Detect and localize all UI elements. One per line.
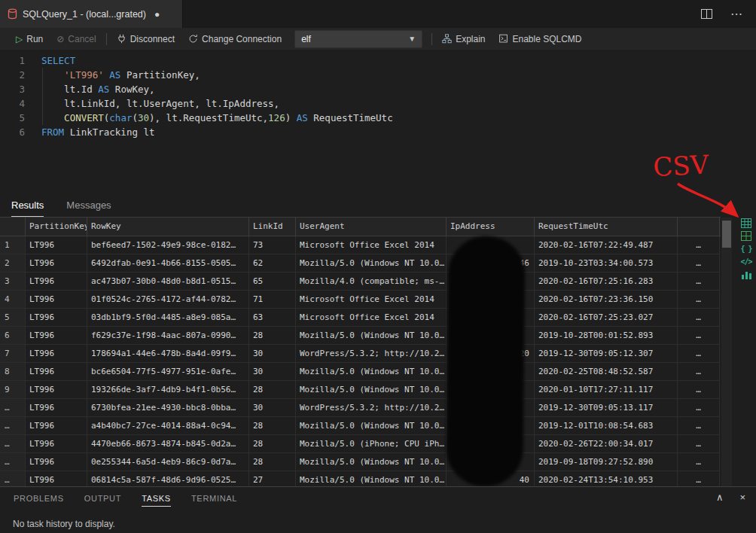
grid-cell[interactable]: 2020-02-24T13:54:10.953: [535, 471, 678, 486]
table-row[interactable]: 4LT99601f0524c-2765-4172-af44-0782…71Mic…: [0, 291, 721, 309]
code-line[interactable]: lt.Id AS RowKey,: [41, 82, 393, 96]
grid-cell[interactable]: 2020-01-10T17:27:11.117: [535, 381, 678, 399]
grid-scrollbar-thumb[interactable]: [722, 221, 731, 248]
row-number[interactable]: 3: [0, 273, 26, 291]
table-row[interactable]: …LT996a4b40bc7-27ce-4014-88a4-0c94…28Moz…: [0, 417, 721, 435]
grid-cell[interactable]: 193266de-3af7-4db9-b4f1-0b56…: [87, 381, 249, 399]
code-line[interactable]: 'LT996' AS PartitionKey,: [41, 68, 393, 82]
table-row[interactable]: …LT9966730bfea-21ee-4930-bbc8-0bba…30Wor…: [0, 399, 721, 417]
table-row[interactable]: 1LT996bef6eed7-1502-49e9-98ce-0182…73Mic…: [0, 236, 721, 254]
grid-cell[interactable]: LT996: [26, 381, 87, 399]
grid-cell[interactable]: LT996: [26, 435, 87, 453]
table-row[interactable]: …LT9960e255344-6a5d-4eb9-86c9-0d7a…28Moz…: [0, 453, 721, 471]
grid-cell[interactable]: 65: [249, 273, 296, 291]
grid-cell[interactable]: LT996: [26, 417, 87, 435]
column-header-linkid[interactable]: LinkId: [249, 218, 296, 236]
maximize-panel-icon[interactable]: ∧: [716, 492, 724, 503]
grid-cell[interactable]: a4b40bc7-27ce-4014-88a4-0c94…: [87, 417, 249, 435]
grid-cell[interactable]: 06814c5a-587f-48d6-9d96-0525…: [87, 471, 249, 486]
grid-cell[interactable]: Mozilla/5.0 (Windows NT 10.0…: [296, 363, 447, 381]
grid-cell[interactable]: …: [678, 399, 720, 417]
grid-cell[interactable]: 30: [249, 363, 296, 381]
change-connection-button[interactable]: Change Connection: [181, 28, 288, 50]
run-button[interactable]: ▷ Run: [9, 28, 50, 50]
row-number[interactable]: …: [0, 453, 26, 471]
grid-cell[interactable]: 28: [249, 417, 296, 435]
column-header-partitionkey[interactable]: PartitionKey: [26, 218, 87, 236]
grid-cell[interactable]: …: [678, 254, 720, 273]
tab-results[interactable]: Results: [11, 199, 44, 217]
grid-cell[interactable]: LT996: [26, 327, 87, 345]
column-header-rowkey[interactable]: RowKey: [87, 218, 249, 236]
grid-cell[interactable]: LT996: [26, 291, 87, 309]
code-line[interactable]: SELECT: [41, 53, 393, 68]
editor-code[interactable]: SELECT 'LT996' AS PartitionKey, lt.Id AS…: [35, 50, 393, 194]
grid-cell[interactable]: 4470eb66-8673-4874-b845-0d2a…: [87, 435, 249, 453]
grid-cell[interactable]: Microsoft Office Excel 2014: [296, 309, 447, 327]
grid-cell[interactable]: 2019-12-30T09:05:13.117: [535, 399, 678, 417]
grid-cell[interactable]: 28: [249, 453, 296, 471]
grid-cell[interactable]: Microsoft Office Excel 2014: [296, 236, 447, 254]
grid-cell[interactable]: Microsoft Office Excel 2014: [296, 291, 447, 309]
table-row[interactable]: 6LT996f629c37e-1f98-4aac-807a-0990…28Moz…: [0, 327, 721, 345]
grid-cell[interactable]: Mozilla/5.0 (iPhone; CPU iPh…: [296, 435, 447, 453]
row-number[interactable]: 8: [0, 363, 26, 381]
column-header-requesttimeutc[interactable]: RequestTimeUtc: [535, 218, 678, 236]
tab-terminal[interactable]: TERMINAL: [191, 494, 237, 507]
grid-cell[interactable]: bef6eed7-1502-49e9-98ce-0182…: [87, 236, 249, 254]
grid-cell[interactable]: …: [678, 345, 720, 363]
grid-cell[interactable]: Mozilla/5.0 (Windows NT 10.0…: [296, 254, 447, 273]
grid-cell[interactable]: Mozilla/4.0 (compatible; ms-…: [296, 273, 447, 291]
grid-cell[interactable]: 2020-02-25T08:48:52.587: [535, 363, 678, 381]
tab-tasks[interactable]: TASKS: [142, 494, 171, 507]
row-number-header[interactable]: [0, 218, 26, 236]
save-as-json-button[interactable]: { }: [739, 243, 754, 254]
row-number[interactable]: 7: [0, 345, 26, 363]
grid-cell[interactable]: …: [678, 291, 720, 309]
column-header-extra[interactable]: [678, 218, 720, 236]
grid-cell[interactable]: Mozilla/5.0 (Windows NT 10.0…: [296, 381, 447, 399]
connection-dropdown[interactable]: elf ▼: [294, 30, 422, 48]
grid-cell[interactable]: LT996: [26, 453, 87, 471]
save-as-xml-button[interactable]: </>: [739, 256, 754, 267]
grid-cell[interactable]: 01f0524c-2765-4172-af44-0782…: [87, 291, 249, 309]
grid-cell[interactable]: ac473b07-30b0-48d0-b8d1-0515…: [87, 273, 249, 291]
grid-cell[interactable]: 2019-10-28T00:01:52.893: [535, 327, 678, 345]
grid-cell[interactable]: LT996: [26, 236, 87, 254]
row-number[interactable]: 4: [0, 291, 26, 309]
grid-cell[interactable]: 28: [249, 381, 296, 399]
grid-cell[interactable]: Mozilla/5.0 (Windows NT 10.0…: [296, 417, 447, 435]
grid-cell[interactable]: 2020-02-16T07:23:36.150: [535, 291, 678, 309]
disconnect-button[interactable]: Disconnect: [110, 28, 181, 50]
grid-cell[interactable]: f629c37e-1f98-4aac-807a-0990…: [87, 327, 249, 345]
row-number[interactable]: …: [0, 435, 26, 453]
row-number[interactable]: 6: [0, 327, 26, 345]
tab-problems[interactable]: PROBLEMS: [14, 494, 64, 507]
grid-cell[interactable]: …: [678, 417, 720, 435]
grid-cell[interactable]: WordPress/5.3.2; http://10.2…: [296, 345, 447, 363]
grid-cell[interactable]: LT996: [26, 345, 87, 363]
grid-cell[interactable]: 2020-02-16T07:25:23.027: [535, 309, 678, 327]
grid-cell[interactable]: 6492dfab-0e91-4b66-8155-0505…: [87, 254, 249, 273]
table-row[interactable]: 8LT996bc6e6504-77f5-4977-951e-0afe…30Moz…: [0, 363, 721, 381]
chart-button[interactable]: [739, 269, 754, 280]
grid-cell[interactable]: 2020-02-26T22:00:34.017: [535, 435, 678, 453]
grid-cell[interactable]: LT996: [26, 399, 87, 417]
grid-cell[interactable]: 2019-12-30T09:05:12.307: [535, 345, 678, 363]
grid-cell[interactable]: LT996: [26, 363, 87, 381]
row-number[interactable]: …: [0, 417, 26, 435]
code-line[interactable]: FROM LinkTracking lt: [41, 125, 393, 139]
grid-cell[interactable]: …: [678, 453, 720, 471]
row-number[interactable]: …: [0, 471, 26, 486]
grid-cell[interactable]: LT996: [26, 273, 87, 291]
table-row[interactable]: 7LT996178694a1-44e6-478b-8a4d-09f9…30Wor…: [0, 345, 721, 363]
grid-cell[interactable]: …: [678, 273, 720, 291]
row-number[interactable]: …: [0, 399, 26, 417]
split-editor-icon[interactable]: [701, 9, 712, 19]
grid-vertical-scrollbar[interactable]: [721, 218, 732, 486]
grid-cell[interactable]: 2020-02-16T07:22:49.487: [535, 236, 678, 254]
grid-cell[interactable]: Mozilla/5.0 (Windows NT 10.0…: [296, 327, 447, 345]
table-row[interactable]: …LT9964470eb66-8673-4874-b845-0d2a…28Moz…: [0, 435, 721, 453]
grid-cell[interactable]: LT996: [26, 471, 87, 486]
grid-cell[interactable]: 27: [249, 471, 296, 486]
